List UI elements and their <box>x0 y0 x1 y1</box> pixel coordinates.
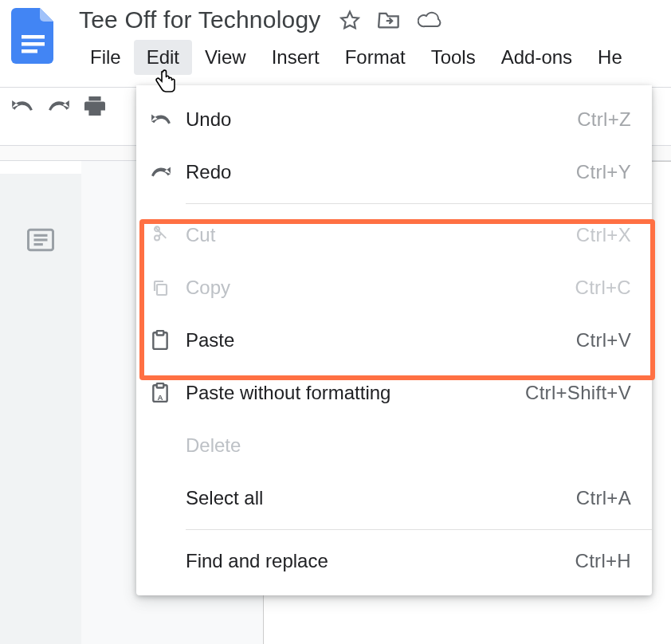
menu-file[interactable]: File <box>77 40 134 75</box>
menu-item-select-all[interactable]: Select all Ctrl+A <box>136 472 652 524</box>
menu-item-shortcut: Ctrl+C <box>575 277 631 299</box>
menu-item-delete[interactable]: Delete <box>136 419 652 472</box>
svg-text:A: A <box>157 393 163 402</box>
undo-button[interactable] <box>11 98 33 114</box>
menu-item-shortcut: Ctrl+V <box>576 329 631 351</box>
menu-separator <box>186 529 652 530</box>
paste-icon <box>151 330 186 351</box>
print-button[interactable] <box>84 96 105 116</box>
menu-item-label: Select all <box>186 487 576 509</box>
cut-icon <box>151 226 186 245</box>
menu-edit[interactable]: Edit <box>134 40 192 75</box>
doc-header-info: Tee Off for Technology <box>77 6 671 75</box>
menu-item-label: Undo <box>186 108 577 131</box>
move-folder-icon[interactable] <box>378 10 400 29</box>
redo-icon <box>151 165 186 179</box>
toolbar <box>11 96 105 116</box>
menu-help[interactable]: He <box>585 40 635 75</box>
menu-format[interactable]: Format <box>332 40 418 75</box>
menu-item-paste[interactable]: Paste Ctrl+V <box>136 314 652 367</box>
svg-rect-0 <box>22 35 45 39</box>
menu-item-label: Find and replace <box>186 550 575 572</box>
menu-item-shortcut: Ctrl+X <box>576 224 631 246</box>
document-title[interactable]: Tee Off for Technology <box>77 6 322 33</box>
menu-item-redo[interactable]: Redo Ctrl+Y <box>136 146 652 198</box>
menu-item-label: Delete <box>186 434 631 457</box>
outline-icon[interactable] <box>27 228 54 644</box>
svg-rect-12 <box>157 383 164 387</box>
outline-sidebar <box>0 174 81 644</box>
paste-no-format-icon: A <box>151 383 186 403</box>
menu-item-cut[interactable]: Cut Ctrl+X <box>136 209 652 261</box>
menu-item-shortcut: Ctrl+H <box>575 550 631 572</box>
menu-item-label: Redo <box>186 161 576 183</box>
app-header: Tee Off for Technology <box>0 0 671 75</box>
copy-icon <box>151 278 186 297</box>
menu-item-shortcut: Ctrl+Z <box>577 108 631 131</box>
menu-tools[interactable]: Tools <box>418 40 489 75</box>
menu-view[interactable]: View <box>192 40 259 75</box>
redo-button[interactable] <box>48 98 70 114</box>
menubar: File Edit View Insert Format Tools Add-o… <box>77 40 671 75</box>
svg-rect-1 <box>22 42 45 46</box>
menu-item-shortcut: Ctrl+Y <box>576 161 631 183</box>
menu-item-shortcut: Ctrl+A <box>576 487 631 509</box>
cloud-status-icon[interactable] <box>418 11 441 29</box>
menu-item-label: Paste without formatting <box>186 382 525 404</box>
menu-item-paste-no-format[interactable]: A Paste without formatting Ctrl+Shift+V <box>136 367 652 419</box>
menu-item-undo[interactable]: Undo Ctrl+Z <box>136 93 652 146</box>
svg-rect-8 <box>157 285 167 295</box>
svg-rect-10 <box>157 331 164 335</box>
menu-item-shortcut: Ctrl+Shift+V <box>525 382 631 404</box>
menu-addons[interactable]: Add-ons <box>489 40 585 75</box>
menu-item-label: Cut <box>186 224 576 246</box>
menu-insert[interactable]: Insert <box>259 40 332 75</box>
svg-marker-3 <box>342 12 359 29</box>
menu-separator <box>186 203 652 204</box>
star-icon[interactable] <box>339 10 360 30</box>
menu-item-label: Copy <box>186 277 575 299</box>
menu-item-label: Paste <box>186 329 576 351</box>
edit-menu-dropdown: Undo Ctrl+Z Redo Ctrl+Y Cut Ctrl+X Copy … <box>136 85 652 595</box>
svg-rect-2 <box>22 49 37 53</box>
undo-icon <box>151 112 186 127</box>
menu-item-find-replace[interactable]: Find and replace Ctrl+H <box>136 535 652 587</box>
menu-item-copy[interactable]: Copy Ctrl+C <box>136 261 652 314</box>
docs-app-icon[interactable] <box>11 8 55 64</box>
